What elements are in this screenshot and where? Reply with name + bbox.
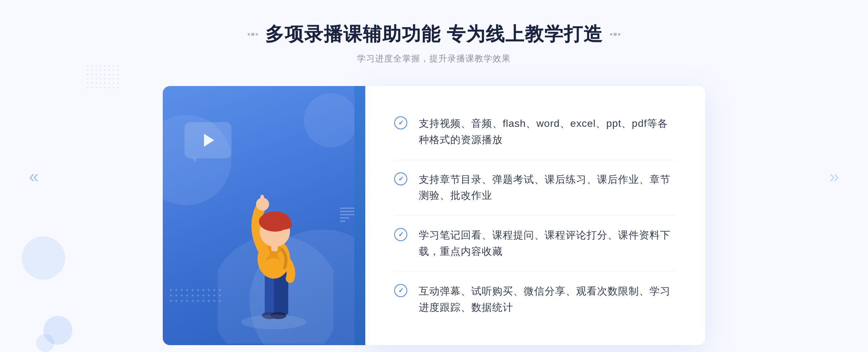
- title-dot-center: [614, 33, 617, 36]
- chevron-left-icon[interactable]: «: [29, 166, 39, 186]
- deco-circle-3: [304, 93, 358, 147]
- content-panel: ✓ 支持视频、音频、flash、word、excel、ppt、pdf等各种格式的…: [365, 86, 705, 345]
- feature-item-1: ✓ 支持视频、音频、flash、word、excel、ppt、pdf等各种格式的…: [394, 104, 676, 160]
- play-bubble: [184, 122, 231, 158]
- main-title: 多项录播课辅助功能 专为线上教学打造: [265, 22, 603, 47]
- check-icon-4: ✓: [394, 284, 407, 297]
- feature-text-3: 学习笔记回看、课程提问、课程评论打分、课件资料下载，重点内容收藏: [419, 227, 676, 260]
- svg-rect-5: [260, 195, 264, 205]
- svg-point-12: [241, 315, 306, 329]
- chevron-right-icon[interactable]: »: [829, 166, 839, 186]
- illustration-panel: [163, 86, 365, 345]
- title-dots-left: [248, 33, 258, 36]
- header-title: 多项录播课辅助功能 专为线上教学打造: [248, 22, 620, 47]
- title-dot: [618, 33, 620, 35]
- dot-pattern-top-left: [87, 65, 119, 88]
- feature-item-2: ✓ 支持章节目录、弹题考试、课后练习、课后作业、章节测验、批改作业: [394, 160, 676, 216]
- blue-accent-bar: [354, 86, 365, 345]
- subtitle: 学习进度全掌握，提升录播课教学效果: [248, 53, 620, 64]
- feature-text-4: 互动弹幕、试听购买、微信分享、观看次数限制、学习进度跟踪、数据统计: [419, 283, 676, 316]
- title-dot: [256, 33, 258, 35]
- feature-item-3: ✓ 学习笔记回看、课程提问、课程评论打分、课件资料下载，重点内容收藏: [394, 216, 676, 272]
- title-dot-center: [251, 33, 254, 36]
- title-dots-right: [610, 33, 620, 36]
- main-content: ✓ 支持视频、音频、flash、word、excel、ppt、pdf等各种格式的…: [163, 86, 705, 345]
- lines-decoration: [340, 207, 354, 224]
- inner-dots: [170, 289, 221, 302]
- human-figure: [218, 163, 333, 345]
- check-icon-3: ✓: [394, 228, 407, 241]
- play-triangle-icon: [204, 134, 214, 147]
- title-dot: [248, 33, 250, 35]
- header-section: 多项录播课辅助功能 专为线上教学打造 学习进度全掌握，提升录播课教学效果: [248, 22, 620, 64]
- check-icon-1: ✓: [394, 116, 407, 129]
- feature-text-1: 支持视频、音频、flash、word、excel、ppt、pdf等各种格式的资源…: [419, 116, 676, 148]
- page-container: « » 多项录播课辅助功能 专为线上教学打造: [0, 0, 868, 352]
- left-decoration: [22, 236, 65, 280]
- feature-item-4: ✓ 互动弹幕、试听购买、微信分享、观看次数限制、学习进度跟踪、数据统计: [394, 272, 676, 327]
- svg-point-8: [277, 219, 292, 229]
- title-dot: [610, 33, 612, 35]
- feature-text-2: 支持章节目录、弹题考试、课后练习、课后作业、章节测验、批改作业: [419, 172, 676, 204]
- check-icon-2: ✓: [394, 172, 407, 185]
- svg-rect-9: [271, 245, 278, 251]
